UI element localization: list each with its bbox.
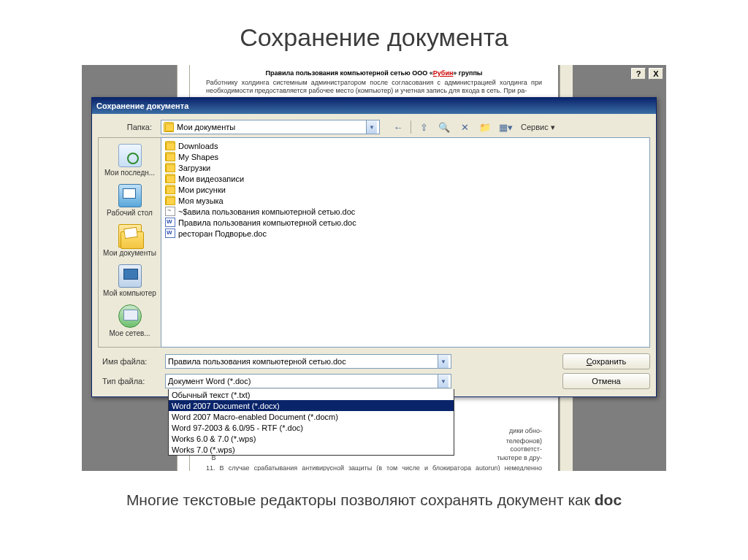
outer-titlebar-buttons: ? X bbox=[631, 68, 663, 80]
nav-icons: ← ⇧ 🔍 ✕ 📁 ▦▾ Сервис ▾ bbox=[390, 120, 555, 134]
list-item-label: Мои рисунки bbox=[178, 185, 226, 194]
filetype-row: Тип файла: Документ Word (*.doc) ▼ Отмен… bbox=[98, 373, 650, 389]
filename-input[interactable]: Правила пользования компьютерной сетью.d… bbox=[165, 354, 451, 369]
folder-icon bbox=[165, 174, 175, 183]
folder-icon bbox=[165, 152, 175, 161]
places-item-label: Мои последн... bbox=[102, 169, 159, 177]
new-folder-button[interactable]: 📁 bbox=[477, 120, 493, 134]
places-item-desktop[interactable]: Рабочий стол bbox=[102, 181, 159, 221]
list-item[interactable]: Правила пользования компьютерной сетью.d… bbox=[164, 217, 647, 228]
save-button[interactable]: Сохранить bbox=[562, 353, 650, 369]
up-button[interactable]: ⇧ bbox=[416, 120, 432, 134]
filetype-option[interactable]: Word 2007 Document (*.docx) bbox=[169, 400, 454, 411]
cancel-button[interactable]: Отмена bbox=[562, 373, 650, 389]
filetype-value: Документ Word (*.doc) bbox=[168, 377, 251, 386]
doc-heading: Правила пользования компьютерной сетью О… bbox=[206, 69, 542, 77]
folder-icon bbox=[165, 196, 175, 205]
places-item-recent[interactable]: Мои последн... bbox=[102, 141, 159, 181]
list-item-label: Downloads bbox=[178, 142, 218, 150]
list-item-label: Загрузки bbox=[178, 164, 210, 172]
folder-combo[interactable]: Мои документы ▼ bbox=[161, 120, 380, 134]
doc-item11-text: В случае срабатывания антивирусной защит… bbox=[206, 464, 542, 471]
search-web-button[interactable]: 🔍 bbox=[436, 120, 452, 134]
screenshot-area: Правила пользования компьютерной сетью О… bbox=[82, 65, 666, 471]
doc-item10-f: тьютере в дру- bbox=[497, 454, 542, 463]
doc-item10-d: соответст- bbox=[510, 445, 542, 454]
places-item-label: Мой компьютер bbox=[102, 289, 159, 297]
help-button[interactable]: ? bbox=[631, 68, 646, 80]
tools-menu[interactable]: Сервис ▾ bbox=[521, 123, 555, 132]
filetype-label: Тип файла: bbox=[98, 377, 165, 386]
doc-heading-text: Правила пользования компьютерной сетью О… bbox=[265, 69, 432, 77]
dialog-titlebar: Сохранение документа bbox=[92, 98, 656, 114]
doc-heading-close: » группы bbox=[453, 69, 482, 77]
folder-icon bbox=[165, 141, 175, 150]
list-item-label: Мои видеозаписи bbox=[178, 174, 244, 183]
doc-icon bbox=[165, 218, 175, 227]
list-item[interactable]: My Shapes bbox=[164, 151, 647, 162]
file-list[interactable]: DownloadsMy ShapesЗагрузкиМои видеозапис… bbox=[161, 137, 650, 348]
mydocs-icon bbox=[118, 224, 142, 248]
back-button[interactable]: ← bbox=[390, 120, 406, 134]
list-item-label: Правила пользования компьютерной сетью.d… bbox=[178, 218, 356, 227]
dialog-body: Папка: Мои документы ▼ ← ⇧ 🔍 ✕ 📁 ▦▾ Серв… bbox=[92, 114, 656, 396]
chevron-down-icon[interactable]: ▼ bbox=[366, 120, 377, 134]
folder-value: Мои документы bbox=[177, 123, 235, 131]
dialog-main: Мои последн...Рабочий столМои документыМ… bbox=[98, 137, 650, 348]
list-item[interactable]: Downloads bbox=[164, 140, 647, 151]
nav-separator bbox=[411, 120, 411, 134]
list-item-label: Моя музыка bbox=[178, 196, 224, 205]
places-item-label: Рабочий стол bbox=[102, 209, 159, 217]
places-item-network[interactable]: Мое сетев... bbox=[102, 302, 159, 342]
list-item-label: ресторан Подворье.doc bbox=[178, 229, 267, 238]
doc-item10-b: телефонов) bbox=[506, 437, 542, 446]
filename-row: Имя файла: Правила пользования компьютер… bbox=[98, 353, 650, 369]
save-underline: С bbox=[587, 357, 592, 366]
filetype-combo[interactable]: Документ Word (*.doc) ▼ bbox=[165, 374, 451, 388]
doc-para1: Работнику холдинга системным администрат… bbox=[206, 79, 542, 96]
filetype-option[interactable]: Обычный текст (*.txt) bbox=[169, 389, 454, 400]
list-item[interactable]: ресторан Подворье.doc bbox=[164, 228, 647, 239]
caption-bold: doc bbox=[595, 491, 622, 508]
save-rest: охранить bbox=[592, 357, 627, 366]
folder-icon bbox=[165, 163, 175, 172]
chevron-down-icon[interactable]: ▼ bbox=[438, 355, 449, 368]
places-item-computer[interactable]: Мой компьютер bbox=[102, 261, 159, 302]
folder-icon bbox=[164, 122, 174, 132]
doc-item11: 11. В случае срабатывания антивирусной з… bbox=[206, 464, 542, 471]
chevron-down-icon[interactable]: ▼ bbox=[438, 375, 449, 388]
list-item[interactable]: Загрузки bbox=[164, 162, 647, 173]
list-item[interactable]: Моя музыка bbox=[164, 195, 647, 206]
folder-icon bbox=[165, 185, 175, 194]
filename-label: Имя файла: bbox=[98, 357, 165, 366]
filetype-option[interactable]: Works 6.0 & 7.0 (*.wps) bbox=[169, 433, 454, 444]
places-item-mydocs[interactable]: Мои документы bbox=[102, 221, 159, 261]
folder-toolbar: Папка: Мои документы ▼ ← ⇧ 🔍 ✕ 📁 ▦▾ Серв… bbox=[98, 120, 650, 134]
list-item[interactable]: Мои видеозаписи bbox=[164, 173, 647, 184]
computer-icon bbox=[118, 264, 142, 288]
filename-value: Правила пользования компьютерной сетью.d… bbox=[168, 357, 346, 366]
places-item-label: Мои документы bbox=[102, 249, 159, 257]
recent-icon bbox=[118, 144, 142, 167]
folder-label: Папка: bbox=[98, 123, 155, 131]
network-icon bbox=[118, 304, 142, 328]
views-button[interactable]: ▦▾ bbox=[497, 120, 514, 134]
tools-label: Сервис bbox=[521, 123, 549, 131]
doc-item11-num: 11. bbox=[206, 464, 215, 471]
doc-icon bbox=[165, 229, 175, 238]
list-item[interactable]: ~$авила пользования компьютерной сетью.d… bbox=[164, 206, 647, 217]
doctmp-icon bbox=[165, 207, 175, 216]
save-dialog: Сохранение документа Папка: Мои документ… bbox=[91, 97, 657, 397]
slide-caption: Многие текстовые редакторы позволяют сох… bbox=[0, 491, 748, 509]
filetype-option[interactable]: Word 97-2003 & 6.0/95 - RTF (*.doc) bbox=[169, 422, 454, 433]
places-item-label: Мое сетев... bbox=[102, 329, 159, 337]
list-item[interactable]: Мои рисунки bbox=[164, 184, 647, 195]
close-button[interactable]: X bbox=[649, 68, 663, 80]
places-bar: Мои последн...Рабочий столМои документыМ… bbox=[98, 137, 161, 348]
filetype-option[interactable]: Word 2007 Macro-enabled Document (*.docm… bbox=[169, 411, 454, 422]
caption-text: Многие текстовые редакторы позволяют сох… bbox=[126, 491, 595, 508]
filetype-option[interactable]: Works 7.0 (*.wps) bbox=[169, 444, 454, 455]
delete-button[interactable]: ✕ bbox=[457, 120, 473, 134]
filetype-dropdown[interactable]: Обычный текст (*.txt)Word 2007 Document … bbox=[168, 389, 454, 456]
doc-heading-red: Рубин bbox=[433, 69, 454, 77]
